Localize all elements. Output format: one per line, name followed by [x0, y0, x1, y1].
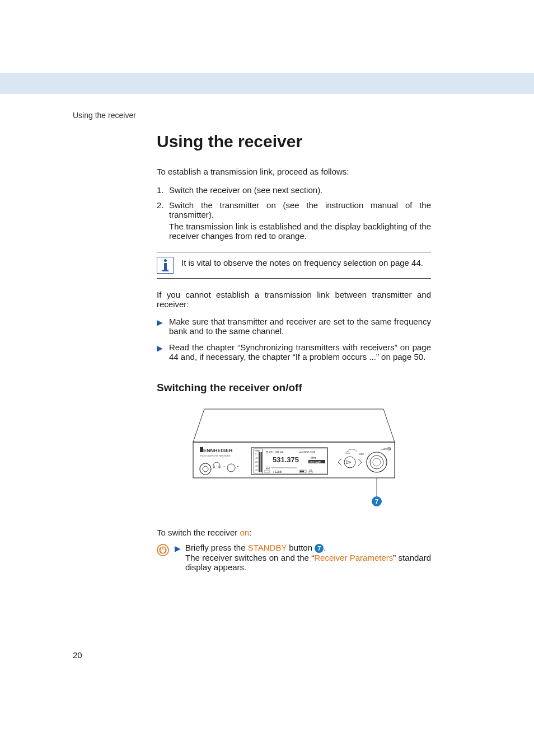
- svg-point-29: [370, 456, 383, 469]
- svg-point-4: [203, 466, 208, 472]
- steps-list: 1. Switch the receiver on (see next sect…: [157, 185, 431, 241]
- info-icon: [157, 257, 174, 274]
- list-item: ▶ Make sure that transmitter and receive…: [157, 317, 431, 336]
- svg-text:EQ: EQ: [266, 466, 270, 469]
- svg-marker-0: [193, 409, 395, 442]
- step-subtext: The transmission link is established and…: [169, 222, 431, 241]
- header-band: [0, 73, 534, 94]
- svg-text:SKX NAME: SKX NAME: [310, 461, 321, 463]
- lcd-gain: + 12dB: [273, 470, 282, 473]
- svg-text:-33: -33: [255, 465, 257, 467]
- svg-point-26: [344, 457, 355, 468]
- svg-point-5: [227, 464, 235, 472]
- power-icon: [157, 544, 169, 556]
- brand-label: SENNHEISER: [200, 448, 233, 453]
- triangle-icon: ▶: [157, 342, 169, 361]
- lcd-model: ew300 G3: [299, 450, 315, 454]
- svg-point-28: [367, 452, 387, 472]
- svg-point-37: [157, 544, 168, 556]
- on-word: on: [240, 528, 249, 537]
- step-number: 2.: [157, 200, 169, 241]
- device-figure: SENNHEISER TRUE DIVERSITY RECEIVER – + P…: [157, 407, 431, 513]
- callout-number: 7: [375, 498, 378, 505]
- svg-rect-15: [259, 452, 260, 472]
- svg-text:ew300 G3: ew300 G3: [381, 448, 391, 450]
- result-text: The receiver switches on and the “Receiv…: [185, 553, 431, 572]
- svg-rect-25: [302, 471, 304, 472]
- info-note-box: It is vital to observe the notes on freq…: [157, 252, 431, 279]
- standby-word: STANDBY: [248, 543, 287, 552]
- step-number: 1.: [157, 185, 169, 195]
- svg-point-3: [200, 463, 211, 475]
- step-item: 2. Switch the transmitter on (see the in…: [157, 200, 431, 241]
- troubleshoot-intro: If you cannot establish a transmission l…: [157, 290, 431, 309]
- svg-text:+: +: [237, 464, 239, 468]
- svg-text:–: –: [223, 464, 226, 468]
- page-title: Using the receiver: [157, 132, 431, 151]
- svg-text:-3: -3: [255, 453, 256, 456]
- power-instruction: ▶ Briefly press the STANDBY button 7. Th…: [157, 543, 431, 572]
- svg-text:esc: esc: [359, 452, 364, 456]
- lcd-peak: PEAK: [255, 450, 260, 452]
- receiver-params-link: Receiver Parameters: [314, 553, 393, 562]
- running-head: Using the receiver: [73, 111, 136, 120]
- section-heading: Switching the receiver on/off: [157, 382, 431, 394]
- list-text: Read the chapter “Synchronizing transmit…: [169, 342, 431, 361]
- svg-rect-22: [265, 470, 269, 473]
- step-text: Switch the transmitter on (see the instr…: [169, 200, 431, 219]
- step-text: Switch the receiver on (see next section…: [169, 185, 431, 195]
- step-item: 1. Switch the receiver on (see next sect…: [157, 185, 431, 195]
- switch-on-line: To switch the receiver on:: [157, 528, 431, 537]
- callout-badge: 7: [315, 544, 324, 553]
- receiver-diagram: SENNHEISER TRUE DIVERSITY RECEIVER – + P…: [188, 407, 400, 511]
- triangle-icon: ▶: [157, 317, 169, 336]
- intro-text: To establish a transmission link, procee…: [157, 167, 431, 176]
- svg-rect-16: [261, 452, 262, 472]
- list-text: Make sure that transmitter and receiver …: [169, 317, 431, 336]
- lcd-freq-unit: MHz: [311, 456, 317, 459]
- svg-point-30: [373, 458, 381, 466]
- svg-rect-2: [200, 447, 203, 452]
- svg-rect-24: [300, 471, 302, 472]
- lcd-frequency: 531.375: [273, 456, 299, 464]
- svg-text:-23: -23: [255, 461, 257, 463]
- triangle-icon: ▶: [175, 543, 181, 554]
- page-number: 20: [73, 650, 82, 660]
- lcd-bank: B.Ch: 20.24: [266, 450, 284, 454]
- info-note-text: It is vital to observe the notes on freq…: [181, 257, 423, 267]
- svg-text:-43: -43: [255, 469, 257, 471]
- list-item: ▶ Read the chapter “Synchronizing transm…: [157, 342, 431, 361]
- svg-text:-13: -13: [255, 457, 257, 459]
- press-text: Briefly press the STANDBY button 7.: [185, 543, 326, 552]
- troubleshoot-list: ▶ Make sure that transmitter and receive…: [157, 317, 431, 361]
- tagline-label: TRUE DIVERSITY RECEIVER: [200, 454, 231, 457]
